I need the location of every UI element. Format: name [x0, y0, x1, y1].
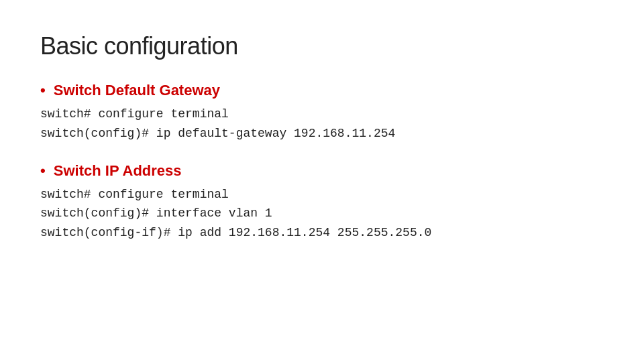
code-line-2-2: switch(config)# interface vlan 1 — [40, 204, 604, 223]
bullet-dot-2: • — [40, 162, 46, 179]
slide: Basic configuration • Switch Default Gat… — [0, 0, 644, 362]
code-line-1-2: switch(config)# ip default-gateway 192.1… — [40, 124, 604, 143]
section-default-gateway: • Switch Default Gateway switch# configu… — [40, 82, 604, 143]
slide-title: Basic configuration — [40, 32, 604, 60]
code-block-default-gateway: switch# configure terminal switch(config… — [40, 105, 604, 143]
bullet-dot-1: • — [40, 82, 46, 99]
code-line-2-1: switch# configure terminal — [40, 185, 604, 204]
code-line-1-1: switch# configure terminal — [40, 105, 604, 124]
code-block-ip-address: switch# configure terminal switch(config… — [40, 185, 604, 243]
section-heading-ip-address: • Switch IP Address — [40, 162, 604, 180]
section-heading-default-gateway: • Switch Default Gateway — [40, 82, 604, 99]
code-line-2-3: switch(config-if)# ip add 192.168.11.254… — [40, 223, 604, 243]
section-ip-address: • Switch IP Address switch# configure te… — [40, 162, 604, 243]
